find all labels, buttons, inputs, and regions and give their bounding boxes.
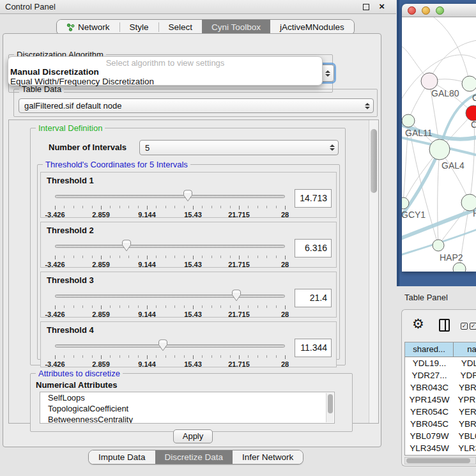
- slider-track[interactable]: [55, 245, 285, 248]
- table-row[interactable]: YPR145WYPR145W: [405, 394, 476, 406]
- table-data-combo[interactable]: galFiltered.sif default node: [19, 98, 374, 113]
- cyni-toolbox-panel: Discretization Algorithm Table Data galF…: [3, 33, 381, 447]
- close-traffic-icon[interactable]: [408, 6, 416, 15]
- tab-jactivemnodules[interactable]: jActiveMNodules: [270, 20, 354, 35]
- tick-label: 9.144: [138, 261, 156, 268]
- checkbox-icon[interactable]: ✓: [470, 323, 476, 330]
- checkbox-icon[interactable]: ✓: [461, 323, 468, 330]
- network-icon: [66, 23, 75, 31]
- combo-arrows-icon: [362, 103, 373, 109]
- node-label: C: [471, 119, 476, 130]
- threshold-slider[interactable]: -3.4262.8599.14415.4321.71528: [55, 340, 285, 367]
- tick-label: 28: [281, 311, 289, 318]
- slider-thumb[interactable]: [183, 190, 193, 202]
- threshold-slider[interactable]: -3.4262.8599.14415.4321.71528: [55, 290, 285, 317]
- network-canvas[interactable]: GAL80GACGAL11GAL4GCY1HHAP2: [402, 17, 476, 272]
- table-hscrollbar[interactable]: [404, 457, 476, 464]
- threshold-value-field[interactable]: 6.316: [295, 239, 332, 257]
- table-row[interactable]: YIL052CYIL052C: [405, 454, 476, 456]
- zoom-traffic-icon[interactable]: [436, 6, 444, 15]
- threshold-value-field[interactable]: 21.4: [295, 289, 332, 307]
- tick-label: 28: [281, 211, 289, 219]
- network-node[interactable]: [429, 139, 450, 160]
- numerical-attributes-label: Numerical Attributes: [36, 380, 117, 390]
- tick-label: -3.426: [45, 261, 65, 268]
- tab-cyni-toolbox[interactable]: Cyni Toolbox: [202, 20, 270, 35]
- slider-thumb[interactable]: [121, 240, 132, 252]
- minimize-traffic-icon[interactable]: [422, 6, 430, 15]
- network-node[interactable]: [433, 240, 444, 251]
- gear-icon[interactable]: ⚙: [412, 316, 424, 332]
- threshold-value-field[interactable]: 14.713: [295, 189, 332, 208]
- list-scrollbar[interactable]: [326, 393, 334, 422]
- table-row[interactable]: YLR345WYLR345W: [405, 442, 476, 454]
- table-data-combo-value: galFiltered.sif default node: [19, 101, 362, 111]
- network-node[interactable]: [402, 114, 415, 127]
- popup-option-manual[interactable]: Manual Discretization: [10, 67, 99, 77]
- attribute-item[interactable]: SelfLoops: [40, 392, 334, 403]
- slider-track[interactable]: [55, 295, 285, 298]
- numerical-attributes-list[interactable]: SelfLoopsTopologicalCoefficientBetweenne…: [40, 392, 335, 424]
- table-row[interactable]: YDR27...YDR27...: [405, 369, 476, 381]
- tick-label: 15.43: [184, 211, 202, 219]
- tab-select[interactable]: Select: [159, 20, 203, 35]
- popup-option-equal-width[interactable]: Equal Width/Frequency Discretization: [10, 77, 154, 86]
- settings-scroll-region: Interval Definition Number of Intervals …: [8, 119, 379, 424]
- threshold-label: Threshold 4: [47, 325, 94, 335]
- network-node[interactable]: [453, 263, 466, 272]
- threshold-value-field[interactable]: 11.344: [295, 339, 332, 357]
- tick-label: 21.715: [228, 311, 250, 318]
- tab-network[interactable]: Network: [57, 20, 119, 35]
- settings-scrollbar[interactable]: [369, 120, 378, 423]
- tick-label: 21.715: [228, 261, 250, 268]
- table-row[interactable]: YDL19...YDL19...: [405, 357, 476, 369]
- tick-label: 28: [281, 261, 289, 268]
- tick-label: 28: [281, 360, 289, 368]
- attribute-item[interactable]: BetweennessCentrality: [40, 414, 334, 424]
- threshold-panel: Threshold 3 -3.4262.8599.14415.4321.7152…: [40, 272, 337, 318]
- table-row[interactable]: YBR043CYBR043C: [405, 381, 476, 394]
- tick-label: 9.144: [138, 311, 156, 318]
- threshold-label: Threshold 2: [47, 226, 94, 235]
- page-title: Control Panel: [5, 2, 56, 12]
- attribute-item[interactable]: TopologicalCoefficient: [40, 403, 334, 414]
- threshold-label: Threshold 1: [47, 176, 94, 185]
- threshold-panel: Threshold 1 -3.4262.8599.14415.4321.7152…: [40, 172, 337, 218]
- tab-infer-network[interactable]: Infer Network: [233, 450, 303, 464]
- tick-label: -3.426: [45, 211, 65, 219]
- tab-discretize-data[interactable]: Discretize Data: [155, 450, 233, 464]
- threshold-slider[interactable]: -3.4262.8599.14415.4321.71528: [55, 190, 285, 217]
- combo-arrows-icon: [322, 70, 334, 77]
- algorithm-popup-hint: Select algorithm to view settings: [8, 58, 322, 68]
- network-node[interactable]: [421, 73, 438, 89]
- attributes-group: Attributes to discretize Numerical Attri…: [30, 373, 353, 432]
- thresholds-title: Threshold's Coordinates for 5 Intervals: [43, 160, 190, 169]
- slider-track[interactable]: [55, 344, 285, 348]
- table-toolbar: ⚙ ✓ ✓: [402, 310, 476, 342]
- slider-thumb[interactable]: [158, 339, 168, 351]
- network-node[interactable]: [462, 76, 476, 91]
- column-header[interactable]: name: [454, 342, 476, 357]
- threshold-slider[interactable]: -3.4262.8599.14415.4321.71528: [55, 240, 285, 267]
- columns-icon[interactable]: [439, 319, 450, 332]
- spinner-arrows-icon: [326, 144, 338, 151]
- slider-track[interactable]: [55, 195, 285, 198]
- thresholds-group: Threshold's Coordinates for 5 Intervals …: [37, 164, 340, 360]
- algorithm-popup: Select algorithm to view settings Manual…: [8, 56, 323, 86]
- table-row[interactable]: YBR045CYBR045C: [405, 418, 476, 430]
- tab-impute-data[interactable]: Impute Data: [89, 450, 155, 464]
- column-header[interactable]: shared...: [405, 342, 454, 357]
- table-row[interactable]: YER054CYER054C: [405, 406, 476, 418]
- number-of-intervals-label: Number of Intervals: [49, 142, 127, 152]
- number-of-intervals-value: 5: [140, 143, 326, 153]
- number-of-intervals-spinner[interactable]: 5: [139, 140, 339, 155]
- apply-button[interactable]: Apply: [173, 429, 213, 443]
- close-icon[interactable]: ×: [379, 1, 385, 12]
- tab-style[interactable]: Style: [120, 20, 158, 35]
- tick-label: 9.144: [138, 360, 156, 368]
- node-table: shared...name YDL19...YDL19...YDR27...YD…: [404, 342, 476, 456]
- float-icon[interactable]: [363, 4, 369, 10]
- tick-label: 2.859: [92, 261, 110, 268]
- slider-thumb[interactable]: [231, 289, 242, 302]
- table-row[interactable]: YBL079WYBL079W: [405, 430, 476, 442]
